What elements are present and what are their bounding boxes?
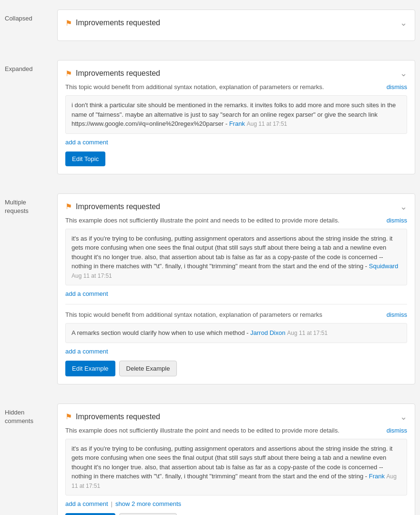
multiple-comment-time: Aug 11 at 17:51 (72, 273, 112, 279)
multiple-card: ⚑ Improvements requested ⌄ This example … (57, 193, 415, 384)
expanded-dismiss-link[interactable]: dismiss (387, 83, 407, 91)
expanded-add-comment-link[interactable]: add a comment (65, 139, 108, 146)
edit-example-button-1[interactable]: Edit Example (65, 361, 115, 376)
chevron-icon-hidden[interactable]: ⌄ (400, 412, 407, 422)
hidden-section: Hidden comments ⚑ Improvements requested… (0, 394, 420, 515)
hidden-comment-text: it's as if you're trying to be confusing… (72, 445, 392, 480)
multiple-description: This example does not sufficiently illus… (65, 217, 407, 224)
second-dismiss-link[interactable]: dismiss (387, 311, 407, 318)
page-wrapper: Collapsed ⚑ Improvements requested ⌄ Exp… (0, 0, 420, 515)
multiple-comment-author[interactable]: Squidward (369, 263, 398, 270)
second-comment-block: A remarks section would clarify how when… (65, 323, 407, 343)
collapsed-card-header: ⚑ Improvements requested ⌄ (65, 18, 407, 28)
flag-icon-hidden: ⚑ (65, 412, 72, 421)
expanded-button-group: Edit Topic (65, 151, 407, 166)
chevron-up-icon-expanded[interactable]: ⌄ (400, 68, 407, 79)
collapsed-label: Collapsed (5, 10, 57, 23)
show-more-comments-link[interactable]: show 2 more comments (115, 500, 181, 507)
chevron-down-icon[interactable]: ⌄ (400, 18, 407, 28)
expanded-description-text: This topic would benefit from additional… (65, 83, 324, 91)
collapsed-card-title: Improvements requested (76, 19, 160, 27)
expanded-label: Expanded (5, 60, 57, 73)
hidden-label: Hidden comments (5, 404, 57, 425)
hidden-card-header: ⚑ Improvements requested ⌄ (65, 412, 407, 422)
flag-icon-expanded: ⚑ (65, 69, 72, 78)
multiple-label: Multiple requests (5, 193, 57, 215)
edit-example-button-2[interactable]: Edit Example (65, 513, 115, 515)
collapsed-section: Collapsed ⚑ Improvements requested ⌄ (0, 0, 420, 50)
hidden-card-title: Improvements requested (76, 413, 160, 421)
multiple-card-header: ⚑ Improvements requested ⌄ (65, 202, 407, 212)
multiple-comment-block: it's as if you're trying to be confusing… (65, 229, 407, 286)
second-comment-author[interactable]: Jarrod Dixon (250, 329, 286, 336)
hidden-comment-actions: add a comment | show 2 more comments (65, 500, 407, 507)
comment-separator: | (111, 500, 113, 507)
request-separator (65, 304, 407, 304)
second-description-text: This topic would benefit from additional… (65, 311, 322, 318)
expanded-comment-time: Aug 11 at 17:51 (246, 121, 287, 127)
multiple-section: Multiple requests ⚑ Improvements request… (0, 184, 420, 394)
multiple-comment-text: it's as if you're trying to be confusing… (72, 235, 392, 270)
hidden-header-left: ⚑ Improvements requested (65, 412, 160, 421)
delete-example-button-2[interactable]: Delete Example (119, 513, 177, 515)
expanded-comment-author[interactable]: Frank (229, 120, 245, 127)
second-request-desc: This topic would benefit from additional… (65, 311, 407, 318)
delete-example-button-1[interactable]: Delete Example (119, 361, 177, 376)
collapsed-header-left: ⚑ Improvements requested (65, 19, 160, 28)
multiple-add-comment-link[interactable]: add a comment (65, 290, 108, 297)
flag-icon: ⚑ (65, 19, 72, 28)
hidden-dismiss-link[interactable]: dismiss (387, 427, 407, 434)
hidden-comment-block: it's as if you're trying to be confusing… (65, 439, 407, 496)
hidden-button-group: Edit Example Delete Example (65, 513, 407, 515)
expanded-header-left: ⚑ Improvements requested (65, 69, 160, 78)
multiple-card-title: Improvements requested (76, 202, 160, 211)
expanded-card-header: ⚑ Improvements requested ⌄ (65, 68, 407, 79)
expanded-card: ⚑ Improvements requested ⌄ This topic wo… (57, 60, 415, 174)
flag-icon-multiple: ⚑ (65, 202, 72, 211)
multiple-description-text: This example does not sufficiently illus… (65, 217, 339, 224)
expanded-comment-block: i don't think a particular site should b… (65, 95, 407, 134)
hidden-description-text: This example does not sufficiently illus… (65, 427, 339, 434)
hidden-add-comment-link[interactable]: add a comment (65, 500, 108, 507)
expanded-section: Expanded ⚑ Improvements requested ⌄ This… (0, 50, 420, 184)
hidden-card: ⚑ Improvements requested ⌄ This example … (57, 404, 415, 515)
second-comment-text: A remarks section would clarify how when… (72, 329, 245, 336)
second-add-comment-link[interactable]: add a comment (65, 348, 108, 355)
edit-topic-button[interactable]: Edit Topic (65, 151, 105, 166)
multiple-dismiss-link[interactable]: dismiss (387, 217, 407, 224)
multiple-header-left: ⚑ Improvements requested (65, 202, 160, 211)
expanded-card-title: Improvements requested (76, 69, 160, 78)
expanded-description: This topic would benefit from additional… (65, 83, 407, 91)
multiple-button-group: Edit Example Delete Example (65, 361, 407, 376)
hidden-description: This example does not sufficiently illus… (65, 427, 407, 434)
collapsed-card: ⚑ Improvements requested ⌄ (57, 10, 415, 41)
hidden-comment-author[interactable]: Frank (369, 473, 385, 480)
chevron-icon-multiple[interactable]: ⌄ (400, 202, 407, 212)
second-comment-time: Aug 11 at 17:51 (287, 330, 328, 336)
